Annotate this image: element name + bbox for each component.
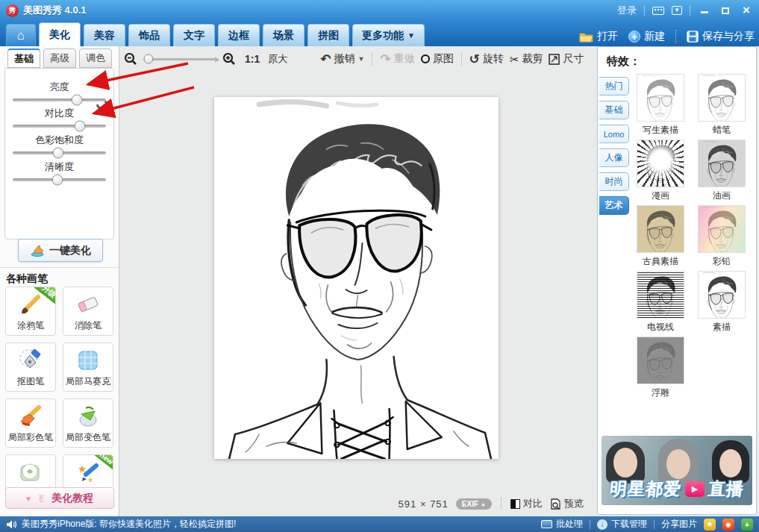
clarity-label: 清晰度 <box>5 160 113 174</box>
tab-scene[interactable]: 场景 <box>263 24 304 46</box>
speaker-icon <box>6 520 16 529</box>
chevron-down-icon[interactable]: ▼ <box>357 55 364 63</box>
divider <box>690 5 690 16</box>
original-size-label[interactable]: 原大 <box>268 52 287 66</box>
effect-emboss[interactable]: 浮雕 <box>631 337 690 399</box>
open-button[interactable]: 打开 <box>579 30 618 43</box>
brightness-slider[interactable] <box>13 98 106 101</box>
subtab-basic[interactable]: 基础 <box>7 48 40 68</box>
divider <box>461 53 462 65</box>
slider-thumb[interactable] <box>72 95 83 106</box>
save-share-button[interactable]: 保存与分享 <box>687 30 755 43</box>
tab-frame[interactable]: 边框 <box>218 24 260 46</box>
sketch-portrait <box>214 97 499 459</box>
more-share-icon[interactable]: + <box>741 519 753 531</box>
triangle-up-icon: ▲ <box>481 501 486 507</box>
preview-icon <box>550 498 561 510</box>
download-icon: ↓ <box>597 519 607 530</box>
tab-home[interactable]: ⌂ <box>6 24 36 46</box>
crop-button[interactable]: ✂ 裁剪 <box>510 52 543 66</box>
doodle-pen-button[interactable]: 涂鸦笔 升级 <box>5 287 56 336</box>
subtab-color[interactable]: 调色 <box>79 48 112 68</box>
adjust-panel: 基础 高级 调色 亮度 对比度 色彩饱和度 清晰度 一键美化 各种画笔 <box>0 46 119 516</box>
compare-button[interactable]: 对比 <box>510 497 543 510</box>
local-color-pen-button[interactable]: 局部彩色笔 <box>5 398 56 448</box>
qzone-share-icon[interactable]: ★ <box>704 519 716 531</box>
tab-collage[interactable]: 拼图 <box>307 24 349 46</box>
effect-oil-painting[interactable]: 油画 <box>692 140 752 202</box>
tab-accessories[interactable]: 饰品 <box>128 24 170 46</box>
redo-button[interactable]: ↷ 重做 <box>380 52 414 66</box>
rotate-icon: ↺ <box>469 53 480 66</box>
tab-more-features[interactable]: 更多功能 ▼ <box>352 24 425 46</box>
local-recolor-pen-button[interactable]: 局部变色笔 <box>63 398 113 448</box>
weibo-share-icon[interactable]: ◉ <box>722 519 734 531</box>
effect-crayon[interactable]: 蜡笔 <box>692 74 752 137</box>
tab-retouch[interactable]: 美容 <box>84 24 125 46</box>
app-logo-icon: 秀 <box>6 4 19 17</box>
maximize-button[interactable] <box>719 4 732 16</box>
undo-button[interactable]: ↶ 撤销 ▼ <box>320 52 364 66</box>
one-key-beautify-button[interactable]: 一键美化 <box>18 239 103 262</box>
cutout-pen-button[interactable]: 抠图笔 <box>5 342 56 392</box>
resize-button[interactable]: 尺寸 <box>549 52 584 66</box>
exif-badge[interactable]: EXIF▲ <box>456 498 492 510</box>
saturation-slider[interactable] <box>13 151 106 154</box>
clarity-slider[interactable] <box>13 178 106 181</box>
compare-icon <box>510 499 520 509</box>
beautify-tutorial-button[interactable]: ♥ ✌ 美化教程 <box>5 487 114 509</box>
minimize-button[interactable] <box>698 4 711 16</box>
slider-thumb[interactable] <box>75 121 86 132</box>
contrast-slider[interactable] <box>13 125 106 128</box>
download-manager-button[interactable]: ↓ 下载管理 <box>597 518 647 531</box>
effect-tv-lines[interactable]: 电视线 <box>631 271 690 334</box>
magic-pen-icon <box>75 460 101 485</box>
doodle-pen-icon <box>18 292 43 317</box>
divider <box>590 520 590 529</box>
ad-banner[interactable]: 明星都爱 ▶ 直播 <box>602 436 752 505</box>
slider-panel: 亮度 对比度 色彩饱和度 清晰度 一键美化 <box>4 68 114 240</box>
zoom-out-icon[interactable] <box>124 52 137 66</box>
local-mosaic-button[interactable]: 局部马赛克 <box>63 342 113 392</box>
ad-face <box>613 448 637 478</box>
ad-text-1: 明星都爱 <box>608 478 682 501</box>
category-hot[interactable]: 热门 <box>599 77 629 96</box>
ratio-11-button[interactable]: 1:1 <box>245 53 260 65</box>
effect-thumbnail <box>698 205 746 253</box>
effect-classic-sketch[interactable]: 古典素描 <box>631 205 690 268</box>
zoom-slider[interactable] <box>143 58 216 60</box>
subtab-advanced[interactable]: 高级 <box>43 48 76 68</box>
erase-pen-button[interactable]: 消除笔 <box>63 287 113 336</box>
skin-menu-icon[interactable]: ▼ <box>672 6 682 15</box>
category-lomo[interactable]: Lomo <box>599 125 629 143</box>
rotate-button[interactable]: ↺ 旋转 <box>469 52 504 66</box>
category-basic[interactable]: 基础 <box>599 101 629 119</box>
close-button[interactable]: × <box>740 5 753 16</box>
zoom-slider-thumb[interactable] <box>143 54 153 64</box>
feedback-chat-icon[interactable] <box>652 7 664 15</box>
slider-thumb[interactable] <box>53 148 64 159</box>
original-image-button[interactable]: 原图 <box>421 52 454 66</box>
effect-color-pencil[interactable]: 彩铅 <box>692 205 752 268</box>
tab-beautify[interactable]: 美化 <box>39 22 81 46</box>
new-button[interactable]: + 新建 <box>628 30 665 43</box>
effect-thumbnail <box>698 140 746 187</box>
undo-icon: ↶ <box>320 53 331 66</box>
tab-text[interactable]: 文字 <box>173 24 215 46</box>
category-fashion[interactable]: 时尚 <box>599 172 629 191</box>
effect-comic[interactable]: 漫画 <box>631 140 690 202</box>
status-message[interactable]: 美图秀秀iPhone版: 帮你快速美化照片，轻松搞定拼图! <box>22 518 236 531</box>
redo-icon: ↷ <box>380 53 390 66</box>
effect-sketch[interactable]: 素描 <box>692 271 752 334</box>
category-portrait[interactable]: 人像 <box>599 148 629 167</box>
preview-button[interactable]: 预览 <box>550 497 584 510</box>
statusbar: 美图秀秀iPhone版: 帮你快速美化照片，轻松搞定拼图! 批处理 ↓ 下载管理… <box>0 516 759 532</box>
save-icon <box>687 31 699 43</box>
zoom-in-icon[interactable] <box>222 52 236 66</box>
slider-thumb[interactable] <box>52 175 63 186</box>
effect-sketch-drawing[interactable]: 写生素描 <box>631 74 690 137</box>
login-link[interactable]: 登录 <box>617 4 637 17</box>
category-art[interactable]: 艺术 <box>599 196 629 215</box>
batch-process-button[interactable]: 批处理 <box>541 518 583 531</box>
share-image-button[interactable]: 分享图片 <box>661 518 697 531</box>
